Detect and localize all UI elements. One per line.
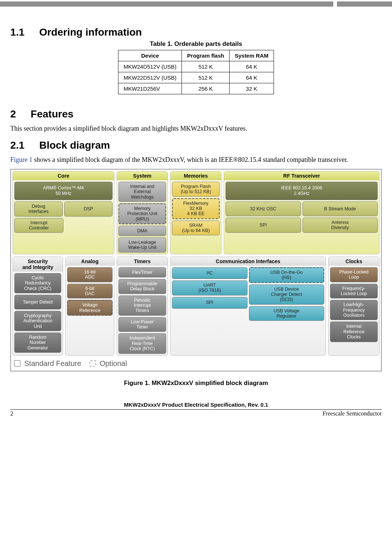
group-title-memories: Memories	[171, 171, 221, 180]
block-internal-ref-clocks: InternalReferenceClocks	[330, 322, 378, 342]
group-memories: Memories Program Flash(Up to 512 KB) Fle…	[170, 171, 221, 254]
table-row: MKW21D256V 256 K 32 K	[118, 83, 274, 94]
cell-ram: 32 K	[230, 83, 274, 94]
cell-ram: 64 K	[230, 61, 274, 72]
block-pll: Phase-LockedLoop	[330, 267, 378, 282]
block-dac-6bit: 6-bitDAC	[67, 284, 113, 299]
heading-1-1-num: 1.1	[10, 26, 25, 38]
legend-optional-icon	[89, 360, 96, 367]
block-sram: SRAM(Up to 64 KB)	[172, 221, 220, 236]
features-intro-text: This section provides a simplified block…	[10, 124, 382, 133]
block-pit: PeriodicInterruptTimers	[118, 295, 166, 316]
group-rf-transceiver: RF Transceiver IEEE 802.15.4 20062.4GHz …	[224, 171, 380, 254]
group-title-rf: RF Transceiver	[224, 171, 379, 180]
heading-2-title: Features	[31, 108, 74, 120]
table-row: MKW22D512V (USB) 512 K 64 K	[118, 72, 274, 83]
cell-flash: 256 K	[182, 83, 230, 94]
table-1-caption: Table 1. Orderable parts details	[10, 40, 382, 48]
block-flexmemory: FlexMemory32 KB4 KB EE	[172, 198, 220, 219]
th-device: Device	[118, 50, 182, 61]
group-clocks: Clocks Phase-LockedLoop Frequency-Locked…	[328, 257, 380, 356]
block-fll: Frequency-Locked Loop	[330, 284, 378, 299]
block-diagram: Core ARM® Cortex™-M450 MHz DebugInterfac…	[10, 169, 382, 371]
block-uart: UART(ISO 7816)	[172, 280, 248, 295]
group-title-security: Securityand Integrity	[13, 257, 63, 272]
block-dma: DMA	[118, 226, 166, 236]
footer-doc-title: MKW2xDxxxV Product Electrical Specificat…	[10, 402, 382, 410]
table-row: MKW24D512V (USB) 512 K 64 K	[118, 61, 274, 72]
group-comm-interfaces: Communication Interfaces I²C UART(ISO 78…	[170, 257, 326, 356]
heading-2-1: 2.1 Block diagram	[10, 139, 382, 151]
cell-device: MKW22D512V (USB)	[118, 72, 182, 83]
group-title-analog: Analog	[66, 257, 114, 266]
legend-optional-label: Optional	[100, 359, 127, 368]
header-bar	[0, 1, 392, 7]
block-oscillators: Low/High-FrequencyOscillators	[330, 300, 378, 320]
block-mpu: MemoryProtection Unit(MPU)	[118, 203, 166, 224]
block-llwu: Low-LeakageWake-Up Unit	[118, 237, 166, 253]
block-usb-otg: USB On-the-Go(HS)	[249, 267, 325, 283]
block-rng: RandomNumberGenerator	[14, 333, 61, 353]
block-32khz-osc: 32 KHz OSC	[226, 202, 301, 216]
block-voltage-reference: VoltageReference	[67, 300, 113, 316]
heading-1-1: 1.1 Ordering information	[10, 26, 382, 38]
block-adc-16bit: 16-bitADC	[67, 267, 113, 282]
heading-1-1-title: Ordering information	[39, 26, 142, 38]
heading-2-1-title: Block diagram	[39, 139, 110, 151]
block-arm-cortex: ARM® Cortex™-M450 MHz	[14, 182, 113, 200]
block-rf-spi: SPI	[226, 218, 301, 233]
diagram-legend: Standard Feature Optional	[12, 356, 380, 369]
block-lpt: Low-PowerTimer	[118, 317, 166, 332]
group-system: System Internal andExternalWatchdogs Mem…	[117, 171, 168, 254]
cell-device: MKW24D512V (USB)	[118, 61, 182, 72]
group-title-clocks: Clocks	[329, 257, 379, 266]
block-program-flash: Program Flash(Up to 512 KB)	[172, 182, 220, 197]
block-spi: SPI	[172, 297, 248, 309]
block-debug-interfaces: DebugInterfaces	[14, 202, 63, 217]
cell-ram: 64 K	[230, 72, 274, 83]
footer-company: Freescale Semiconductor	[323, 410, 382, 417]
group-title-core: Core	[13, 171, 114, 180]
orderable-parts-table: Device Program flash System RAM MKW24D51…	[118, 50, 274, 94]
group-title-timers: Timers	[117, 257, 168, 266]
block-intro-rest: shows a simplified block diagram of the …	[33, 156, 348, 163]
block-i2c: I²C	[172, 267, 248, 279]
block-diagram-intro: Figure 1 shows a simplified block diagra…	[10, 156, 382, 164]
figure-1-link[interactable]: Figure 1	[10, 156, 33, 163]
footer-row: 2 Freescale Semiconductor	[10, 410, 382, 417]
cell-flash: 512 K	[182, 61, 230, 72]
heading-2-num: 2	[10, 108, 16, 120]
heading-2-1-num: 2.1	[10, 139, 25, 151]
block-interrupt-controller: InterruptController	[14, 218, 63, 233]
group-core: Core ARM® Cortex™-M450 MHz DebugInterfac…	[12, 171, 114, 254]
block-dsp: DSP	[64, 202, 113, 217]
heading-2: 2 Features	[10, 108, 382, 120]
th-system-ram: System RAM	[230, 50, 274, 61]
block-tamper-detect: Tamper Detect	[14, 295, 61, 309]
block-antenna-diversity: AntennaDiversity	[303, 218, 378, 233]
block-flextimer: FlexTimer	[118, 267, 166, 277]
legend-standard-label: Standard Feature	[24, 359, 81, 368]
block-crc: CyclicRedundancyCheck (CRC)	[14, 273, 61, 293]
cell-flash: 512 K	[182, 72, 230, 83]
footer-page-number: 2	[10, 410, 13, 417]
figure-1-caption: Figure 1. MKW2xDxxxV simplified block di…	[10, 380, 382, 387]
block-pdb: ProgrammableDelay Block	[118, 279, 166, 294]
block-rtc: IndependentReal-TimeClock (RTC)	[118, 333, 166, 353]
block-watchdogs: Internal andExternalWatchdogs	[118, 182, 166, 202]
group-security: Securityand Integrity CyclicRedundancyCh…	[12, 257, 63, 356]
cell-device: MKW21D256V	[118, 83, 182, 94]
group-timers: Timers FlexTimer ProgrammableDelay Block…	[117, 257, 168, 356]
table-header-row: Device Program flash System RAM	[118, 50, 274, 61]
block-b-stream-mode: B Stream Mode	[303, 202, 378, 216]
group-title-system: System	[117, 171, 168, 180]
group-title-comm: Communication Interfaces	[171, 257, 326, 266]
group-analog: Analog 16-bitADC 6-bitDAC VoltageReferen…	[65, 257, 114, 356]
block-usb-voltage-reg: USB VoltageRegulator	[249, 306, 325, 321]
block-crypto-auth: CryptographyAuthenticationUnit	[14, 311, 61, 331]
block-usb-dcd: USB DeviceCharger Detect(DCD)	[249, 284, 325, 305]
block-ieee-802-15-4: IEEE 802.15.4 20062.4GHz	[226, 182, 378, 200]
legend-standard-icon	[14, 360, 21, 367]
th-program-flash: Program flash	[182, 50, 230, 61]
